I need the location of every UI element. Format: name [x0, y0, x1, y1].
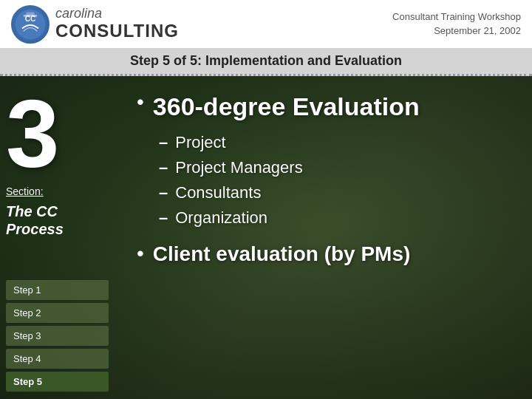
section-number: 3 — [6, 86, 109, 182]
company-name-top: carolina — [55, 7, 179, 21]
step-buttons: Step 1Step 2Step 3Step 4Step 5 — [6, 280, 109, 392]
company-name-bottom: CONSULTING — [55, 21, 179, 41]
sub-bullet-text: Project — [175, 133, 225, 152]
svg-rect-4 — [24, 15, 37, 17]
step-button-step-4[interactable]: Step 4 — [6, 349, 109, 369]
main-bullet-2: • Client evaluation (by PMs) — [137, 242, 510, 266]
step-button-step-2[interactable]: Step 2 — [6, 303, 109, 323]
header: CC carolina CONSULTING Consultant Traini… — [0, 0, 532, 48]
sub-bullet-dash: – — [159, 160, 168, 176]
sub-bullet: –Organization — [159, 208, 510, 228]
sub-bullet: –Consultants — [159, 183, 510, 202]
sub-bullet-text: Project Managers — [175, 158, 302, 177]
section-label: Section: — [6, 185, 109, 197]
company-name: carolina CONSULTING — [55, 7, 179, 41]
sub-bullet-dash: – — [159, 134, 168, 151]
main-content: 3 Section: The CC Process Step 1Step 2St… — [0, 78, 532, 399]
header-workshop-info: Consultant Training Workshop September 2… — [392, 10, 521, 37]
step-button-step-1[interactable]: Step 1 — [6, 280, 109, 300]
main-bullet-1: • 360-degree Evaluation — [137, 93, 510, 120]
sub-bullet-text: Organization — [175, 208, 267, 228]
main-bullet-2-text: Client evaluation (by PMs) — [153, 242, 411, 266]
company-logo: CC — [11, 5, 50, 44]
step-banner: Step 5 of 5: Implementation and Evaluati… — [0, 48, 532, 76]
step-button-step-3[interactable]: Step 3 — [6, 326, 109, 346]
section-title: The CC Process — [6, 202, 109, 238]
step-banner-text: Step 5 of 5: Implementation and Evaluati… — [130, 53, 402, 69]
bullet-dot-2: • — [137, 243, 144, 264]
sub-bullet-dash: – — [159, 185, 168, 201]
sub-bullets: –Project–Project Managers–Consultants–Or… — [137, 133, 510, 228]
step-button-step-5[interactable]: Step 5 — [6, 372, 109, 392]
left-panel: 3 Section: The CC Process Step 1Step 2St… — [0, 78, 115, 399]
sub-bullet: –Project Managers — [159, 158, 510, 177]
bullet-dot-1: • — [137, 92, 144, 112]
logo-area: CC carolina CONSULTING — [11, 5, 179, 44]
main-bullet-1-text: 360-degree Evaluation — [153, 93, 420, 120]
workshop-date: September 21, 2002 — [392, 24, 521, 38]
sub-bullet-text: Consultants — [175, 183, 261, 202]
right-panel: • 360-degree Evaluation –Project–Project… — [115, 78, 532, 399]
workshop-title: Consultant Training Workshop — [392, 10, 521, 24]
sub-bullet: –Project — [159, 133, 510, 152]
sub-bullet-dash: – — [159, 210, 168, 226]
